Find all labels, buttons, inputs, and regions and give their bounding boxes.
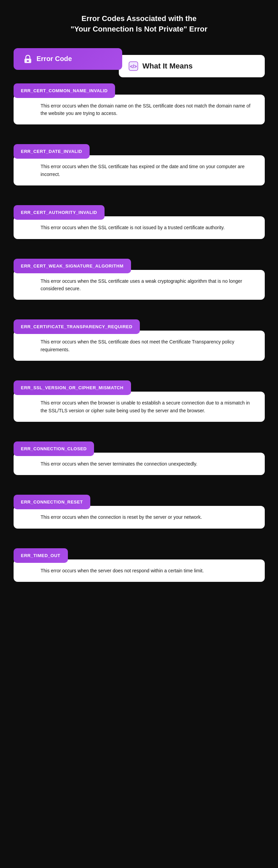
error-code-label: ERR_CERTIFICATE_TRANSPARENCY_REQUIRED: [14, 319, 140, 334]
description-box: This error occurs when the SSL certifica…: [14, 270, 265, 300]
error-code-header-label: Error Code: [37, 55, 72, 63]
error-code-header: Error Code: [14, 48, 122, 70]
lock-icon: [23, 54, 33, 64]
entry-row: ERR_CONNECTION_CLOSED This error occurs …: [14, 441, 265, 475]
error-code-label: ERR_TIMED_OUT: [14, 548, 68, 563]
error-code-label: ERR_CERT_DATE_INVALID: [14, 144, 90, 159]
svg-text:</>: </>: [130, 64, 136, 69]
page-title: Error Codes Associated with the"Your Con…: [71, 14, 207, 35]
description-box: This error occurs when the SSL certifica…: [14, 216, 265, 239]
entry-row: ERR_SSL_VERSION_OR_CIPHER_MISMATCH This …: [14, 380, 265, 422]
entry-row: ERR_CERT_COMMON_NAME_INVALID This error …: [14, 83, 265, 125]
entries-container: ERR_CERT_COMMON_NAME_INVALID This error …: [14, 83, 265, 592]
error-code-label: ERR_CONNECTION_CLOSED: [14, 441, 94, 456]
entry-row: ERR_TIMED_OUT This error occurs when the…: [14, 548, 265, 582]
entry-row: ERR_CERT_AUTHORITY_INVALID This error oc…: [14, 205, 265, 239]
error-code-label: ERR_SSL_VERSION_OR_CIPHER_MISMATCH: [14, 380, 131, 395]
description-box: This error occurs when the domain name o…: [14, 95, 265, 125]
code-bracket-icon: </>: [128, 61, 138, 71]
error-code-label: ERR_CONNECTION_RESET: [14, 495, 91, 509]
error-code-label: ERR_CERT_AUTHORITY_INVALID: [14, 205, 105, 220]
description-box: This error occurs when the connection is…: [14, 506, 265, 528]
description-box: This error occurs when the SSL certifica…: [14, 155, 265, 185]
description-box: This error occurs when the SSL certifica…: [14, 331, 265, 361]
error-code-label: ERR_CERT_WEAK_SIGNATURE_ALGORITHM: [14, 259, 131, 273]
what-it-means-header: </> What It Means: [119, 55, 265, 77]
what-it-means-header-label: What It Means: [143, 62, 193, 71]
error-code-label: ERR_CERT_COMMON_NAME_INVALID: [14, 83, 115, 98]
entry-row: ERR_CONNECTION_RESET This error occurs w…: [14, 495, 265, 528]
entry-row: ERR_CERTIFICATE_TRANSPARENCY_REQUIRED Th…: [14, 319, 265, 361]
entry-row: ERR_CERT_WEAK_SIGNATURE_ALGORITHM This e…: [14, 259, 265, 300]
header-row: Error Code </> What It Means: [14, 48, 265, 70]
description-box: This error occurs when the browser is un…: [14, 392, 265, 422]
entry-row: ERR_CERT_DATE_INVALID This error occurs …: [14, 144, 265, 185]
